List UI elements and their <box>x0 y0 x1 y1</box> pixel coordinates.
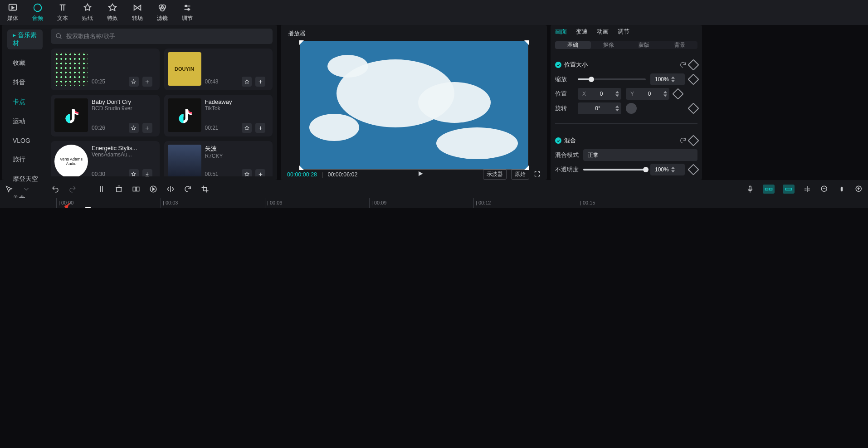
crop-button[interactable] <box>132 185 141 194</box>
keyframe-opacity[interactable] <box>688 164 699 175</box>
selection-mode-dropdown[interactable] <box>22 185 31 194</box>
add-button[interactable] <box>142 77 152 87</box>
opacity-slider[interactable] <box>583 169 646 170</box>
category-favorites[interactable]: 收藏 <box>2 57 48 69</box>
rotation-dial[interactable] <box>626 103 637 114</box>
favorite-button[interactable] <box>242 169 252 176</box>
music-card[interactable]: Baby Don't CryBCD Studio 9ver00:26 <box>51 95 160 136</box>
opacity-label: 不透明度 <box>555 166 579 174</box>
crop-frame-button[interactable] <box>200 185 210 194</box>
inspector-tab[interactable]: 变速 <box>576 28 588 39</box>
top-tab-adjust[interactable]: 调节 <box>175 0 200 25</box>
scale-value[interactable]: 100% <box>650 73 685 85</box>
keyframe-blend[interactable] <box>688 135 699 146</box>
reset-icon[interactable] <box>679 61 687 68</box>
add-button[interactable] <box>255 169 265 176</box>
reset-blend-icon[interactable] <box>679 137 687 144</box>
search-input[interactable]: 搜索歌曲名称/歌手 <box>51 29 273 44</box>
rotate-button[interactable] <box>183 185 192 194</box>
split-clip-button[interactable] <box>97 185 106 194</box>
blend-toggle[interactable] <box>555 137 561 144</box>
blend-mode-select[interactable]: 正常 <box>583 149 697 161</box>
inspector-subtab[interactable]: 背景 <box>662 41 698 49</box>
keyframe-rotation[interactable] <box>688 102 699 114</box>
position-size-toggle[interactable] <box>555 62 561 68</box>
inspector-subtab[interactable]: 抠像 <box>591 41 627 49</box>
record-voiceover-button[interactable] <box>746 185 755 194</box>
category-modern-sky[interactable]: 摩登天空 <box>2 173 48 185</box>
speed-button[interactable] <box>149 185 158 194</box>
opacity-value[interactable]: 100% <box>650 164 685 175</box>
music-card[interactable]: DOUYIN00:43 <box>164 49 273 90</box>
player-title: 播放器 <box>286 28 541 41</box>
category-music-material[interactable]: ▸ 音乐素材 <box>7 29 43 49</box>
zoom-slider[interactable] <box>837 185 846 194</box>
add-button[interactable] <box>255 77 265 87</box>
music-card[interactable]: FadeawayTikTok00:21 <box>164 95 273 136</box>
favorite-button[interactable] <box>242 123 252 133</box>
music-card[interactable]: 00:25 <box>51 49 160 90</box>
rotation-value[interactable]: 0° <box>578 102 621 114</box>
top-tab-audio[interactable]: 音频 <box>25 0 50 25</box>
category-travel[interactable]: 旅行 <box>2 154 48 166</box>
top-tab-filter[interactable]: 滤镜 <box>150 0 175 25</box>
favorite-button[interactable] <box>242 77 252 87</box>
category-sport[interactable]: 运动 <box>2 116 48 127</box>
top-tab-text[interactable]: 文本 <box>50 0 75 25</box>
inspector-tab[interactable]: 动画 <box>597 28 609 39</box>
play-button[interactable] <box>417 170 424 179</box>
music-artist: R7CKY <box>205 153 257 159</box>
top-tab-transition[interactable]: 转场 <box>125 0 150 25</box>
music-card[interactable]: Vens Adams AudioEnergetic Stylis...VensA… <box>51 141 160 176</box>
category-beats[interactable]: 卡点 <box>2 96 48 108</box>
undo-button[interactable] <box>51 185 60 194</box>
inspector-tab[interactable]: 调节 <box>618 28 629 39</box>
preview-viewport[interactable] <box>286 41 541 169</box>
music-card[interactable]: 失波R7CKY00:51 <box>164 141 273 176</box>
download-button[interactable] <box>142 169 152 176</box>
category-douyin[interactable]: 抖音 <box>2 77 48 88</box>
blend-label: 混合 <box>564 136 677 145</box>
top-tab-media[interactable]: 媒体 <box>0 0 25 25</box>
music-thumbnail: DOUYIN <box>168 52 201 86</box>
inspector-subtab[interactable]: 蒙版 <box>626 41 662 49</box>
zoom-in-button[interactable] <box>854 185 863 194</box>
favorite-button[interactable] <box>129 77 139 87</box>
align-button[interactable] <box>803 185 812 194</box>
position-y[interactable]: Y0 <box>626 88 669 100</box>
category-vlog[interactable]: VLOG <box>2 135 48 146</box>
keyframe-position[interactable] <box>672 88 683 99</box>
scale-slider[interactable] <box>578 78 646 80</box>
add-button[interactable] <box>142 123 152 133</box>
keyframe-position-size[interactable] <box>688 59 699 70</box>
favorite-button[interactable] <box>129 123 139 133</box>
mirror-button[interactable] <box>166 185 175 194</box>
svg-rect-10 <box>133 187 136 191</box>
music-duration: 00:30 <box>92 171 125 176</box>
redo-button[interactable] <box>68 185 77 194</box>
favorite-button[interactable] <box>129 169 139 176</box>
position-x[interactable]: X0 <box>578 88 621 100</box>
original-size-button[interactable]: 原始 <box>511 169 529 180</box>
magnet-main-track-button[interactable] <box>763 185 775 194</box>
music-duration: 00:26 <box>92 125 125 131</box>
top-tab-effect[interactable]: 特效 <box>100 0 125 25</box>
inspector-subtab[interactable]: 基础 <box>555 41 591 49</box>
timeline-ruler[interactable]: | 00:00| 00:03| 00:06| 00:09| 00:12| 00:… <box>0 198 868 208</box>
music-list: 00:25DOUYIN00:43Baby Don't CryBCD Studio… <box>51 49 273 176</box>
add-button[interactable] <box>255 123 265 133</box>
inspector-tab[interactable]: 画面 <box>555 28 567 39</box>
delete-clip-button[interactable] <box>114 185 123 194</box>
keyframe-scale[interactable] <box>688 73 699 85</box>
svg-rect-13 <box>749 186 751 190</box>
fullscreen-button[interactable] <box>534 170 541 179</box>
player-total-time: 00:00:06:02 <box>327 171 357 178</box>
top-tab-sticker[interactable]: 贴纸 <box>75 0 100 25</box>
linkage-button[interactable] <box>783 185 795 194</box>
timeline[interactable]: | 00:00| 00:03| 00:06| 00:09| 00:12| 00:… <box>0 198 868 208</box>
selection-tool[interactable] <box>5 185 14 194</box>
oscilloscope-button[interactable]: 示波器 <box>483 169 507 180</box>
music-duration: 00:43 <box>205 78 239 85</box>
inspector-tabs: 画面变速动画调节 <box>555 28 697 39</box>
zoom-out-button[interactable] <box>820 185 829 194</box>
